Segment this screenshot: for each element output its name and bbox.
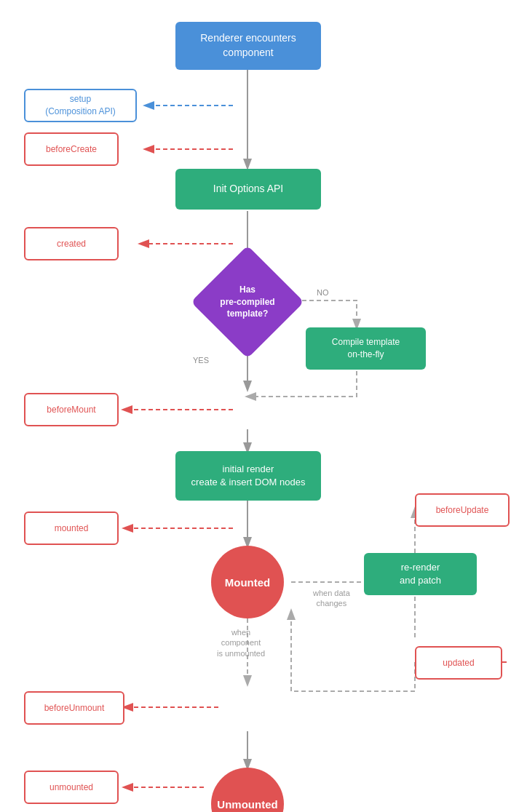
rerender-box: re-render and patch [364,553,477,595]
when-data-changes-label: when data changes [313,588,350,609]
unmounted-circle: Unmounted [211,768,284,812]
created-box: created [24,227,119,260]
mounted-hook-box: mounted [24,512,119,545]
compile-template-box: Compile template on-the-fly [306,327,426,370]
init-options-box: Init Options API [175,169,321,210]
no-label: NO [317,287,329,298]
beforecreate-box: beforeCreate [24,132,119,166]
updated-box: updated [415,646,502,680]
setup-box: setup (Composition API) [24,89,137,122]
diagram-container: Renderer encounters component setup (Com… [0,0,527,812]
diamond-wrap: Has pre-compiled template? [200,262,295,342]
yes-label: YES [193,355,209,365]
renderer-box: Renderer encounters component [175,22,321,70]
beforeunmount-box: beforeUnmount [24,691,124,725]
when-unmounted-label: when component is unmounted [217,627,265,658]
beforeupdate-box: beforeUpdate [415,493,510,527]
unmounted-hook-box: unmounted [24,771,119,804]
diamond-text: Has pre-compiled template? [220,284,274,320]
initial-render-box: initial render create & insert DOM nodes [175,451,321,501]
mounted-circle: Mounted [211,546,284,618]
beforemount-box: beforeMount [24,393,119,426]
